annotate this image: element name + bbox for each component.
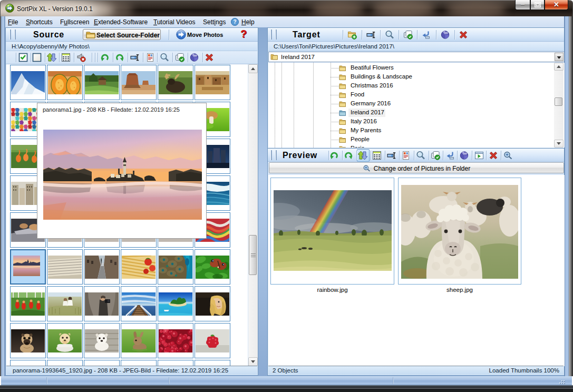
svg-text:?: ? xyxy=(233,19,236,25)
